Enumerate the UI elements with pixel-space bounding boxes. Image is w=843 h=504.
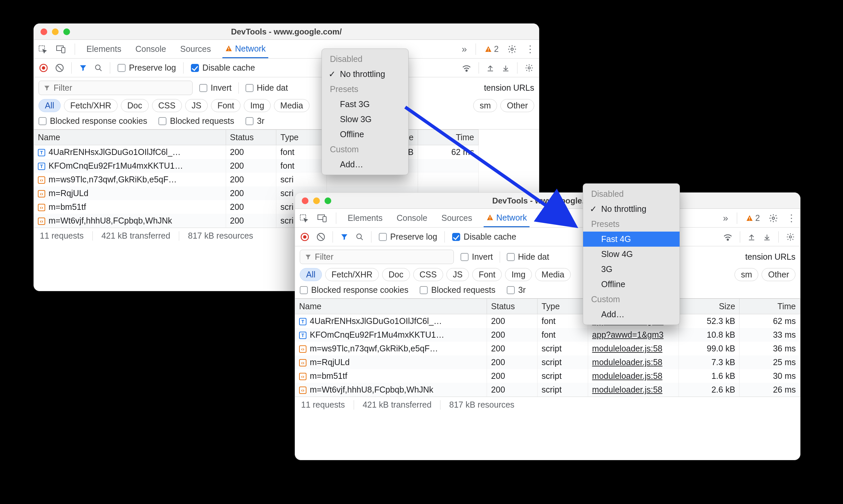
cell-status: 200 [226,173,276,186]
table-row[interactable]: ‹›m=bm51tf200scriptmoduleloader.js:581.6… [295,369,800,383]
tab-elements[interactable]: Elements [84,40,124,58]
tab-label: Elements [86,44,121,54]
cell-initiator[interactable]: app?awwd=1&gm3 [588,328,679,342]
disable-cache-checkbox[interactable]: Disable cache [191,63,255,73]
menu-item-offline[interactable]: Offline [583,277,680,292]
menu-item-no-throttling[interactable]: No throttling [583,201,680,217]
settings-icon[interactable] [507,44,517,54]
menu-item-add[interactable]: Add… [583,307,680,322]
chip-css[interactable]: CSS [152,99,182,112]
menu-item-fast-4g[interactable]: Fast 4G [583,232,680,247]
upload-har-icon[interactable] [748,233,756,241]
checkbox-icon [199,84,207,92]
search-icon[interactable] [356,233,364,241]
tab-sources[interactable]: Sources [177,40,214,58]
chip-other[interactable]: Other [761,268,795,281]
col-time[interactable]: Time [739,299,800,314]
col-type[interactable]: Type [276,130,327,145]
preserve-log-checkbox[interactable]: Preserve log [118,63,176,73]
inspect-element-icon[interactable] [299,214,309,223]
chip-css[interactable]: CSS [413,268,443,281]
col-type[interactable]: Type [538,299,588,314]
invert-checkbox[interactable]: Invert [199,83,232,93]
network-conditions-icon[interactable] [462,64,471,72]
table-row[interactable]: ‹›m=Wt6vjf,hhhU8,FCpbqb,WhJNk200scriptmo… [295,383,800,397]
blocked-requests-checkbox[interactable]: Blocked requests [420,285,495,295]
chip-all[interactable]: All [38,99,60,112]
chip-font[interactable]: Font [211,99,241,112]
device-toolbar-icon[interactable] [56,45,66,54]
invert-checkbox[interactable]: Invert [460,252,493,262]
download-har-icon[interactable] [763,233,771,241]
hide-data-urls-checkbox[interactable]: Hide dat [507,252,549,262]
record-button[interactable] [39,64,48,72]
menu-item-3g[interactable]: 3G [583,262,680,277]
blocked-requests-checkbox[interactable]: Blocked requests [158,116,234,126]
divider [110,62,110,74]
blocked-cookies-checkbox[interactable]: Blocked response cookies [300,285,408,295]
more-tabs-icon[interactable]: » [723,213,728,223]
settings-icon[interactable] [769,214,778,223]
table-row[interactable]: ‹›m=RqjULd200scriptmoduleloader.js:587.3… [295,355,800,369]
cell-initiator[interactable]: moduleloader.js:58 [588,383,679,397]
status-transferred: 421 kB transferred [102,231,171,240]
upload-har-icon[interactable] [486,64,494,72]
network-settings-icon[interactable] [525,64,533,72]
chip-fetch[interactable]: Fetch/XHR [64,99,118,112]
col-status[interactable]: Status [226,130,276,145]
search-icon[interactable] [94,64,103,72]
blocked-cookies-checkbox[interactable]: Blocked response cookies [38,116,147,126]
network-conditions-icon[interactable] [723,233,733,241]
filter-icon[interactable] [340,233,348,241]
col-name[interactable]: Name [34,130,226,145]
chip-wasm[interactable]: sm [735,268,758,281]
chip-doc[interactable]: Doc [382,268,410,281]
tab-label: Network [235,44,266,54]
cell-initiator[interactable]: moduleloader.js:58 [588,355,679,369]
filter-input[interactable]: Filter [300,250,454,264]
chip-js[interactable]: JS [446,268,469,281]
more-tabs-icon[interactable]: » [462,44,467,55]
warning-count[interactable]: 2 [746,213,760,223]
col-size[interactable]: Size [679,299,739,314]
chip-all[interactable]: All [300,268,322,281]
chip-doc[interactable]: Doc [121,99,148,112]
chip-media[interactable]: Media [535,268,571,281]
svg-rect-4 [228,50,229,51]
third-party-checkbox[interactable]: 3r [507,285,526,295]
table-row[interactable]: TKFOmCnqEu92Fr1Mu4mxKKTU1…200fontapp?aww… [295,328,800,342]
chip-media[interactable]: Media [274,99,310,112]
kebab-menu-icon[interactable]: ⋮ [787,213,796,223]
hide-data-urls-checkbox[interactable]: Hide dat [246,83,288,93]
filter-icon[interactable] [79,64,87,72]
tab-network[interactable]: Network [223,40,269,58]
chip-img[interactable]: Img [505,268,532,281]
third-party-checkbox[interactable]: 3r [246,116,264,126]
cell-initiator[interactable]: moduleloader.js:58 [588,342,679,355]
chip-img[interactable]: Img [244,99,270,112]
device-toolbar-icon[interactable] [317,214,327,222]
tab-elements[interactable]: Elements [345,209,385,227]
checkbox-icon [118,64,126,72]
tab-console[interactable]: Console [133,40,169,58]
inspect-element-icon[interactable] [38,44,47,54]
filter-input[interactable]: Filter [38,80,193,95]
col-name[interactable]: Name [295,299,487,314]
network-settings-icon[interactable] [786,233,795,241]
col-status[interactable]: Status [487,299,538,314]
warning-count[interactable]: 2 [485,44,499,54]
table-row[interactable]: T4UaRrENHsxJlGDuGo1OIlJfC6l_…200fontapp?… [295,314,800,328]
kebab-menu-icon[interactable]: ⋮ [526,43,535,55]
chip-fetch[interactable]: Fetch/XHR [325,268,379,281]
menu-item-slow-4g[interactable]: Slow 4G [583,247,680,262]
menu-item-no-throttling[interactable]: No throttling [322,67,408,82]
cell-initiator[interactable]: moduleloader.js:58 [588,369,679,383]
clear-button[interactable] [55,64,64,72]
record-button[interactable] [300,233,309,241]
download-har-icon[interactable] [502,64,510,72]
clear-button[interactable] [316,233,325,241]
chip-font[interactable]: Font [472,268,502,281]
checkbox-label: Blocked requests [170,116,234,126]
chip-js[interactable]: JS [185,99,208,112]
table-row[interactable]: ‹›m=ws9Tlc,n73qwf,GkRiKb,e5qF…200scriptm… [295,342,800,355]
